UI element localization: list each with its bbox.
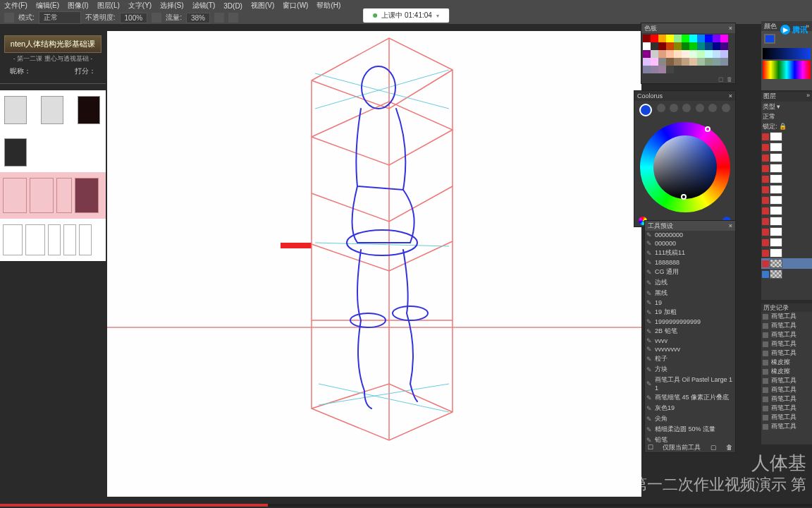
close-icon[interactable]: ×: [729, 92, 732, 99]
menu-text[interactable]: 文字(Y): [128, 1, 152, 11]
menu-filter[interactable]: 滤镜(T): [192, 1, 216, 11]
opacity-input[interactable]: 100%: [120, 13, 148, 23]
swatch[interactable]: [705, 35, 713, 42]
swatch[interactable]: [689, 42, 697, 50]
ref-thumb[interactable]: [4, 96, 27, 124]
flow-input[interactable]: 38%: [186, 13, 210, 23]
layer-row[interactable]: [761, 216, 812, 226]
layer-thumbnail[interactable]: [770, 153, 782, 162]
visibility-icon[interactable]: [762, 260, 769, 267]
swatch[interactable]: [682, 58, 689, 66]
layer-thumbnail[interactable]: [770, 195, 782, 205]
hue-marker[interactable]: [705, 126, 710, 132]
preset-item[interactable]: ✎1999999999999: [645, 318, 735, 326]
blend-mode[interactable]: 正常: [763, 112, 775, 121]
harmony-icon[interactable]: [696, 104, 704, 112]
visibility-icon[interactable]: [762, 218, 769, 225]
swatch[interactable]: [720, 42, 728, 50]
layer-row[interactable]: [761, 131, 812, 142]
layer-thumbnail[interactable]: [770, 217, 782, 226]
swatch[interactable]: [713, 35, 720, 42]
current-color-chip[interactable]: [639, 104, 652, 116]
ref-thumb[interactable]: [78, 96, 100, 124]
swatch[interactable]: [666, 58, 674, 66]
layer-row[interactable]: [761, 258, 812, 269]
layer-row[interactable]: [761, 174, 812, 184]
history-item[interactable]: 画笔工具: [761, 404, 812, 413]
layer-row[interactable]: [761, 237, 812, 248]
swatch[interactable]: [651, 35, 658, 42]
swatch[interactable]: [720, 35, 728, 42]
layers-tab[interactable]: 图层: [763, 92, 776, 102]
trash-icon[interactable]: 🗑: [726, 444, 732, 451]
visibility-icon[interactable]: [762, 239, 769, 246]
swatch[interactable]: [658, 58, 666, 66]
swatch[interactable]: [643, 35, 651, 42]
ref-thumb[interactable]: [30, 178, 54, 213]
ref-thumb[interactable]: [3, 178, 27, 213]
swatch[interactable]: [697, 35, 705, 42]
swatch[interactable]: [658, 35, 666, 42]
ref-thumb[interactable]: [63, 224, 76, 255]
harmony-icon[interactable]: [657, 104, 665, 112]
history-item[interactable]: 画笔工具: [761, 385, 812, 394]
preset-item[interactable]: ✎画笔细笔 45 像素正片叠底: [645, 392, 735, 403]
history-item[interactable]: 橡皮擦: [761, 358, 812, 367]
history-item[interactable]: 画笔工具: [761, 413, 812, 422]
preset-item[interactable]: ✎CG 通用: [645, 267, 735, 277]
preset-item[interactable]: ✎灰色19: [645, 403, 735, 413]
preset-item[interactable]: ✎边线: [645, 277, 735, 288]
swatch[interactable]: [674, 42, 682, 50]
layer-row[interactable]: [761, 205, 812, 216]
preset-item[interactable]: ✎19 加粗: [645, 307, 735, 318]
history-item[interactable]: 画笔工具: [761, 422, 812, 431]
swatch[interactable]: [666, 66, 674, 73]
swatch[interactable]: [658, 66, 666, 73]
history-item[interactable]: 画笔工具: [761, 321, 812, 330]
menu-select[interactable]: 选择(S): [160, 1, 183, 11]
visibility-icon[interactable]: [762, 155, 769, 162]
swatch[interactable]: [674, 58, 682, 66]
history-item[interactable]: 画笔工具: [761, 376, 812, 385]
ref-thumb[interactable]: [48, 224, 61, 255]
swatch[interactable]: [651, 50, 658, 58]
expand-icon[interactable]: »: [806, 92, 810, 102]
visibility-icon[interactable]: [762, 207, 769, 214]
layer-thumbnail[interactable]: [770, 259, 782, 268]
menu-help[interactable]: 帮助(H): [316, 1, 340, 11]
sv-marker[interactable]: [681, 194, 687, 200]
close-icon[interactable]: ×: [729, 222, 732, 229]
menu-3d[interactable]: 3D(D): [223, 2, 242, 10]
new-preset-icon[interactable]: ▢: [710, 444, 717, 451]
swatch[interactable]: [666, 35, 674, 42]
swatch[interactable]: [666, 42, 674, 50]
visibility-icon[interactable]: [762, 186, 769, 193]
color-tab[interactable]: 颜色: [764, 22, 777, 31]
layer-row[interactable]: [761, 195, 812, 205]
swatch[interactable]: [651, 42, 658, 50]
trash-icon[interactable]: 🗑: [727, 76, 732, 83]
swatch[interactable]: [697, 50, 705, 58]
swatch[interactable]: [674, 35, 682, 42]
swatch[interactable]: [682, 42, 689, 50]
swatch[interactable]: [689, 58, 697, 66]
ref-thumb[interactable]: [41, 96, 63, 124]
preset-list[interactable]: ✎00000000✎000000✎111线稿11✎1888888✎CG 通用✎边…: [645, 231, 735, 442]
new-swatch-icon[interactable]: ▢: [718, 76, 724, 83]
menu-view[interactable]: 视图(V): [251, 1, 274, 11]
layer-thumbnail[interactable]: [770, 174, 782, 183]
layer-thumbnail[interactable]: [770, 143, 782, 152]
swatch[interactable]: [658, 42, 666, 50]
layer-thumbnail[interactable]: [770, 206, 782, 215]
swatch[interactable]: [666, 50, 674, 58]
preset-item[interactable]: ✎画笔工具 Oil Pastel Large 1 1: [645, 375, 735, 392]
swatch[interactable]: [674, 50, 682, 58]
spectrum-strip[interactable]: [763, 61, 811, 79]
swatch[interactable]: [682, 35, 689, 42]
swatch[interactable]: [713, 58, 720, 66]
layer-row[interactable]: [761, 163, 812, 174]
layer-thumbnail[interactable]: [770, 227, 782, 236]
visibility-icon[interactable]: [762, 144, 769, 151]
swatch[interactable]: [643, 50, 651, 58]
close-icon[interactable]: ×: [729, 25, 732, 32]
